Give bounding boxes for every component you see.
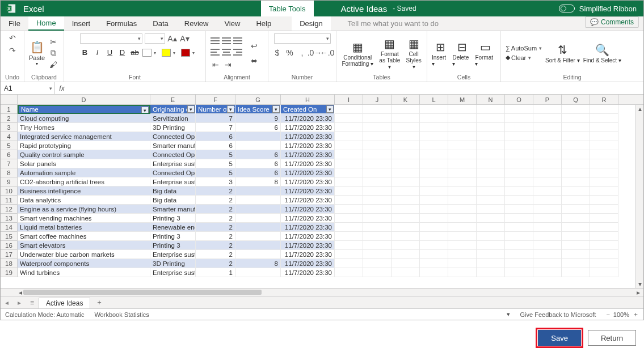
cell[interactable] (448, 187, 477, 196)
filter-dropdown-icon[interactable]: ▾ (227, 105, 234, 113)
cell[interactable]: 7 (196, 114, 235, 123)
cell[interactable] (505, 150, 533, 159)
cell[interactable]: 11/7/2020 23:30 (281, 177, 335, 187)
cell[interactable] (235, 241, 281, 250)
row-header[interactable]: 9 (1, 177, 18, 187)
decrease-indent-icon[interactable]: ⇤ (211, 60, 221, 69)
cell[interactable] (590, 205, 618, 214)
cell[interactable] (562, 150, 590, 159)
view-options-icon[interactable]: ▾ (507, 311, 510, 318)
cell[interactable] (562, 141, 590, 150)
add-sheet-button[interactable]: ＋ (90, 298, 108, 307)
cell[interactable] (562, 250, 590, 259)
cell[interactable] (392, 132, 420, 141)
cell[interactable] (590, 268, 618, 277)
cell[interactable] (590, 259, 618, 268)
column-header-D[interactable]: D (18, 95, 150, 104)
cell[interactable] (590, 232, 618, 241)
paste-button[interactable]: 📋 Paste▾ (29, 40, 45, 66)
cell[interactable] (392, 114, 420, 123)
cell[interactable] (335, 268, 363, 277)
cell[interactable]: 6 (235, 168, 281, 177)
autosum-button[interactable]: ∑ AutoSum (506, 45, 542, 52)
cell[interactable]: 11/7/2020 23:30 (281, 268, 335, 277)
cell[interactable] (363, 105, 392, 114)
cell[interactable] (505, 223, 533, 232)
cell[interactable]: Printing 3 (150, 214, 196, 223)
cell[interactable]: 5 (196, 168, 235, 177)
cell[interactable] (392, 250, 420, 259)
cell[interactable] (448, 223, 477, 232)
cell[interactable] (420, 141, 448, 150)
cell[interactable] (590, 177, 618, 187)
row-header[interactable]: 2 (1, 114, 18, 123)
row-header[interactable]: 11 (1, 196, 18, 205)
cell[interactable] (363, 150, 392, 159)
row-header[interactable]: 3 (1, 123, 18, 132)
cell[interactable]: Wind turbines (18, 268, 150, 277)
cell[interactable] (477, 168, 505, 177)
cell[interactable] (533, 205, 562, 214)
cell[interactable] (448, 105, 477, 114)
column-header-N[interactable]: N (477, 95, 505, 104)
cell[interactable] (505, 214, 533, 223)
insert-cells-button[interactable]: ⊞Insert ▾ (432, 40, 449, 67)
table-header-cell[interactable]: Originating ch▾ (150, 105, 196, 114)
cell[interactable]: 7 (196, 123, 235, 132)
cell[interactable]: 2 (196, 187, 235, 196)
cell[interactable]: Connected Oper (150, 150, 196, 159)
cell[interactable] (235, 232, 281, 241)
cell[interactable] (363, 196, 392, 205)
horizontal-align-group[interactable] (211, 49, 242, 56)
percent-icon[interactable]: % (285, 48, 295, 57)
grow-font-icon[interactable]: A▴ (167, 34, 178, 43)
horizontal-scrollbar[interactable]: ◂ ▸ (1, 288, 643, 296)
column-header-K[interactable]: K (392, 95, 420, 104)
cell[interactable] (477, 205, 505, 214)
cell[interactable]: 5 (196, 159, 235, 168)
row-header[interactable]: 5 (1, 141, 18, 150)
sheet-nav-all-icon[interactable]: ≡ (26, 299, 39, 307)
cell[interactable] (363, 159, 392, 168)
cell[interactable] (477, 177, 505, 187)
filter-dropdown-icon[interactable]: ▾ (272, 105, 280, 113)
cell[interactable] (420, 168, 448, 177)
cell[interactable]: 6 (196, 141, 235, 150)
cell[interactable] (363, 241, 392, 250)
cell[interactable]: Connected Oper (150, 132, 196, 141)
cell[interactable] (477, 250, 505, 259)
cell[interactable] (562, 241, 590, 250)
cell[interactable] (420, 132, 448, 141)
row-header[interactable]: 15 (1, 232, 18, 241)
cell[interactable]: 2 (196, 223, 235, 232)
tab-formulas[interactable]: Formulas (98, 16, 145, 31)
cell[interactable] (477, 159, 505, 168)
cell[interactable] (590, 132, 618, 141)
cell[interactable]: Printing 3 (150, 232, 196, 241)
column-header-Q[interactable]: Q (562, 95, 590, 104)
cell[interactable]: 11/7/2020 23:30 (281, 150, 335, 159)
delete-cells-button[interactable]: ⊟Delete ▾ (452, 40, 472, 67)
cell[interactable] (420, 214, 448, 223)
cell[interactable] (533, 114, 562, 123)
row-header[interactable]: 18 (1, 259, 18, 268)
cell[interactable] (477, 150, 505, 159)
tab-file[interactable]: File (1, 16, 28, 31)
format-as-table-button[interactable]: ▦Format as Table ▾ (378, 36, 402, 70)
cell[interactable] (505, 268, 533, 277)
cell[interactable] (505, 123, 533, 132)
cell[interactable]: 2 (196, 232, 235, 241)
clear-button[interactable]: ◆ Clear (506, 54, 542, 61)
cell[interactable] (477, 241, 505, 250)
cell[interactable]: 8 (235, 259, 281, 268)
italic-button[interactable]: I (92, 48, 103, 57)
cell[interactable]: 11/7/2020 23:30 (281, 196, 335, 205)
copy-icon[interactable]: ⧉ (48, 49, 58, 58)
cell[interactable] (448, 268, 477, 277)
cell[interactable] (590, 214, 618, 223)
cell[interactable] (477, 214, 505, 223)
cell[interactable] (477, 259, 505, 268)
cell[interactable] (363, 141, 392, 150)
cell[interactable] (392, 123, 420, 132)
cell[interactable] (235, 214, 281, 223)
